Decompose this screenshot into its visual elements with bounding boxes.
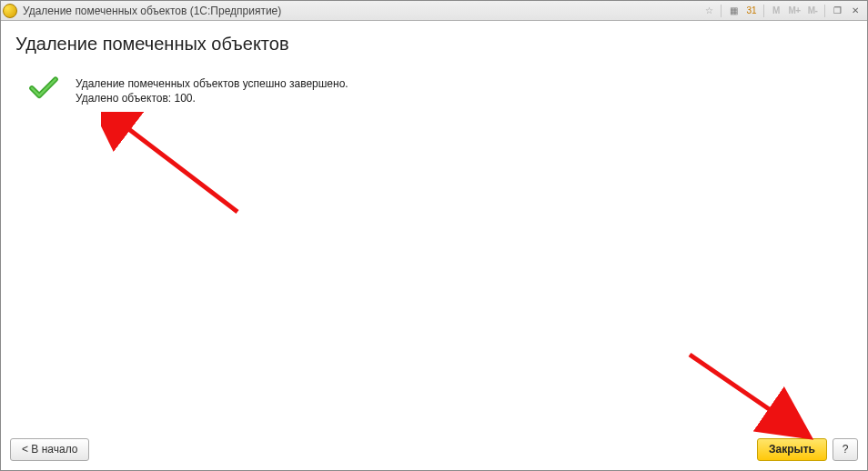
svg-line-0 (123, 125, 237, 212)
page-title: Удаление помеченных объектов (15, 34, 853, 55)
titlebar-toolbar: ☆ ▦ 31 M M+ M- ❐ ✕ (701, 4, 863, 18)
success-line-2: Удалено объектов: 100. (76, 91, 348, 105)
result-row: Удаление помеченных объектов успешно зав… (28, 76, 853, 105)
separator (721, 5, 722, 17)
footer: < В начало Закрыть ? (1, 432, 867, 470)
success-line-1: Удаление помеченных объектов успешно зав… (76, 76, 348, 91)
close-button[interactable]: Закрыть (757, 438, 827, 461)
separator (824, 5, 825, 17)
content-area: Удаление помеченных объектов Удаление по… (1, 21, 867, 432)
back-button[interactable]: < В начало (10, 438, 89, 461)
memory-m-button[interactable]: M (768, 4, 784, 18)
memory-mplus-button[interactable]: M+ (786, 4, 802, 18)
calendar-icon[interactable]: 31 (743, 4, 760, 18)
success-check-icon (28, 76, 59, 100)
window: Удаление помеченных объектов (1С:Предпри… (0, 0, 868, 471)
annotation-arrow-icon (101, 112, 247, 221)
help-button[interactable]: ? (833, 438, 858, 461)
result-text: Удаление помеченных объектов успешно зав… (76, 76, 348, 105)
app-icon (3, 4, 17, 18)
window-title: Удаление помеченных объектов (1С:Предпри… (23, 5, 281, 17)
titlebar: Удаление помеченных объектов (1С:Предпри… (1, 1, 867, 21)
close-window-button[interactable]: ✕ (847, 4, 863, 18)
favorites-icon[interactable]: ☆ (701, 4, 717, 18)
maximize-button[interactable]: ❐ (829, 4, 845, 18)
calculator-icon[interactable]: ▦ (725, 4, 742, 18)
memory-mminus-button[interactable]: M- (804, 4, 821, 18)
separator (763, 5, 764, 17)
